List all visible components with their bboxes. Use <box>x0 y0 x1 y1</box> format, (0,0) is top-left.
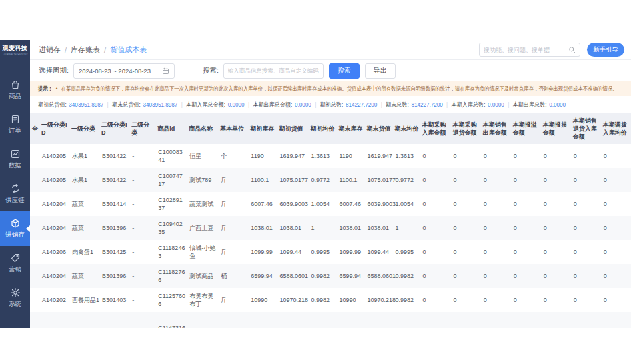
notice-content: 提示： • 在某商品库存为负的情况下，库存均价会在此商品下一次入库时更新为的此次… <box>38 85 618 93</box>
breadcrumb-separator: / <box>65 46 67 54</box>
breadcrumb-item[interactable]: 进销存 <box>39 45 61 55</box>
summary-item-label: 期初总数: <box>320 101 344 108</box>
cell: A140204 <box>40 264 70 288</box>
search-label: 搜索: <box>203 66 219 75</box>
cell: 1619.947 <box>277 144 309 168</box>
cell: 0 <box>421 288 452 312</box>
sidebar-item-label: 进销存 <box>5 231 25 239</box>
sidebar-item-system[interactable]: 系统 <box>0 281 30 315</box>
cell: 0 <box>542 240 572 264</box>
summary-item-label: 期末总货值: <box>112 101 141 108</box>
row-select-cell[interactable] <box>30 144 40 168</box>
cell: 布灵布灵布丁 <box>187 288 219 312</box>
summary-item-value: 0.0000 <box>228 101 245 108</box>
sidebar-item-orders[interactable]: 订单 <box>0 107 30 142</box>
summary-item-value: 3403951.8987 <box>69 101 103 108</box>
table-row[interactable]: A140205水果1B301422-C10008341恒星个11901619.9… <box>30 144 631 168</box>
summary-separator: | <box>315 101 316 108</box>
breadcrumb-item[interactable]: 库存账表 <box>71 45 100 55</box>
cell: 肉禽蛋1 <box>70 240 100 264</box>
marketing-tag-icon <box>10 253 21 263</box>
cell: A140205 <box>40 144 70 168</box>
global-search-input[interactable] <box>484 47 568 53</box>
row-select-cell[interactable] <box>30 264 40 288</box>
cell: 10990 <box>337 288 365 312</box>
product-search-input[interactable] <box>228 67 319 74</box>
cell: 测试商品 <box>187 264 219 288</box>
cell: 1099.99 <box>249 240 277 264</box>
cell: - <box>130 264 156 288</box>
table-row-partial[interactable]: C1147316 <box>30 312 631 328</box>
cell: C11182463 <box>156 240 187 264</box>
cell: 0.9772 <box>394 168 421 192</box>
cell: 蔬菜测试 <box>187 192 219 216</box>
column-header: 期初货值 <box>277 113 309 144</box>
table-row[interactable]: A140204蔬菜B301414-C10289137蔬菜测试斤6007.4660… <box>30 192 631 216</box>
brand-tagline: GUANMAI TECHNOLOGY <box>4 52 27 57</box>
table-row[interactable]: A140205水果1B301422-C10074717测试789斤1100.11… <box>30 168 631 192</box>
table-row[interactable]: A140206肉禽蛋1B301425-C11182463怡城-小鲍鱼斤1099.… <box>30 240 631 264</box>
column-header: 本期销售退货入库金额 <box>572 113 602 144</box>
cell: 6039.9003 <box>365 192 393 216</box>
table-row[interactable]: A140204蔬菜B301396-C11182766测试商品桶6599.9465… <box>30 264 631 288</box>
column-header: 本期报溢金额 <box>512 113 542 144</box>
row-select-cell[interactable] <box>30 312 40 328</box>
sidebar-item-goods[interactable]: 商品 <box>0 73 30 107</box>
cell: 0 <box>482 216 512 240</box>
sidebar-item-marketing[interactable]: 营销 <box>0 246 30 281</box>
table-row[interactable]: A140204蔬菜B301396-C10940235广西土豆斤1038.0110… <box>30 216 631 240</box>
cell: C10074717 <box>156 168 187 192</box>
cell: 0 <box>602 216 631 240</box>
cell: 0 <box>512 168 542 192</box>
cell: 0 <box>542 192 572 216</box>
column-header: 本期采购入库金额 <box>421 113 452 144</box>
summary-item-label: 本期入库总金额: <box>186 101 225 108</box>
goods-value-cost-table: 全一级分类ID一级分类二级分类ID二级分类商品id商品名称基本单位期初库存期初货… <box>30 113 631 328</box>
goods-bag-icon <box>10 79 21 90</box>
select-all-header[interactable]: 全 <box>30 113 40 144</box>
summary-item-value: 814227.7200 <box>411 101 442 108</box>
row-select-cell[interactable] <box>30 288 40 312</box>
cell: 0.9982 <box>394 264 421 288</box>
calendar-icon[interactable] <box>162 67 169 75</box>
cell: 6007.46 <box>249 192 277 216</box>
search-icon[interactable] <box>568 46 576 53</box>
cell <box>70 312 100 328</box>
sidebar-item-data[interactable]: 数据 <box>0 142 30 177</box>
cell: 0 <box>542 264 572 288</box>
beginner-guide-button[interactable]: 新手引导 <box>587 43 624 57</box>
cell: 0 <box>602 168 631 192</box>
summary-separator: | <box>508 101 509 108</box>
row-select-cell[interactable] <box>30 168 40 192</box>
notice-text: 在某商品库存为负的情况下，库存均价会在此商品下一次入库时更新为的此次入库的入库单… <box>61 85 618 92</box>
cell: 1 <box>394 216 421 240</box>
cell <box>40 312 70 328</box>
breadcrumb-separator: / <box>104 46 106 54</box>
cell: 1.3613 <box>394 144 421 168</box>
global-search-box <box>479 43 580 57</box>
table-row[interactable]: A140202西餐用品1B301403-C11257606布灵布灵布丁斤1099… <box>30 288 631 312</box>
product-search-box <box>223 63 324 79</box>
inventory-package-icon <box>10 218 21 229</box>
cell: 0.9982 <box>394 288 421 312</box>
cell: 桶 <box>219 264 249 288</box>
cell: 测试789 <box>187 168 219 192</box>
cell: C1147316 <box>156 312 187 328</box>
search-button[interactable]: 搜索 <box>329 63 360 79</box>
sidebar-item-supply-chain[interactable]: 供应链 <box>0 177 30 211</box>
cell: 0 <box>482 264 512 288</box>
row-select-cell[interactable] <box>30 216 40 240</box>
date-range-picker[interactable]: 2024-08-23 ~ 2024-08-23 <box>73 63 175 79</box>
cell: C10940235 <box>156 216 187 240</box>
row-select-cell[interactable] <box>30 192 40 216</box>
cell: 0 <box>482 144 512 168</box>
cell: 0 <box>602 264 631 288</box>
sidebar-item-inventory[interactable]: 进销存 <box>0 211 30 246</box>
cell <box>130 312 156 328</box>
cell: B301396 <box>100 264 130 288</box>
row-select-cell[interactable] <box>30 240 40 264</box>
cell <box>394 312 421 328</box>
cell: 怡城-小鲍鱼 <box>187 240 219 264</box>
sidebar-item-label: 供应链 <box>5 196 25 205</box>
export-button[interactable]: 导出 <box>365 63 396 79</box>
